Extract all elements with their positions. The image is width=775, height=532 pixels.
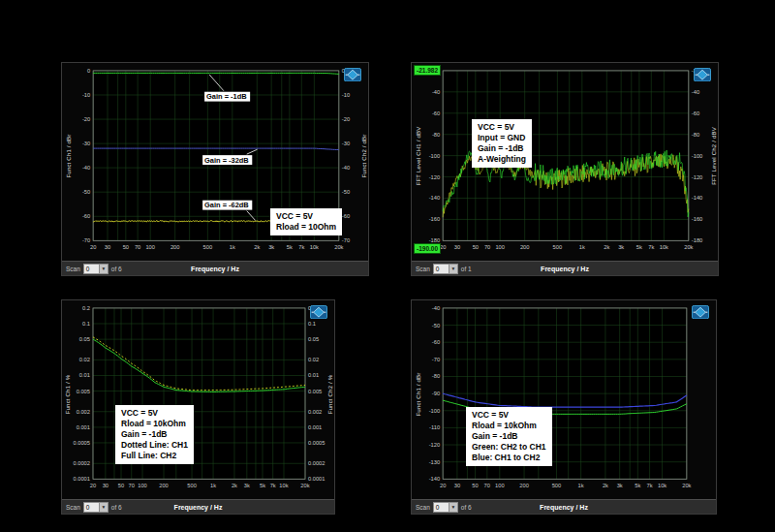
y-axis-title-left: FFT Level CH1 / dBV — [416, 127, 421, 186]
svg-text:-10: -10 — [342, 92, 350, 98]
svg-text:-80: -80 — [432, 373, 440, 379]
svg-text:100: 100 — [495, 244, 505, 250]
svg-text:5k: 5k — [287, 244, 293, 250]
svg-text:-80: -80 — [432, 132, 440, 138]
svg-text:-60: -60 — [432, 110, 440, 116]
svg-text:Gain = -1dB: Gain = -1dB — [206, 92, 247, 101]
svg-text:-60: -60 — [432, 339, 440, 345]
svg-text:-50: -50 — [342, 189, 350, 195]
svg-text:3k: 3k — [617, 483, 623, 488]
svg-text:0.05: 0.05 — [79, 336, 90, 342]
svg-text:5k: 5k — [636, 244, 642, 250]
svg-text:0.02: 0.02 — [308, 357, 319, 362]
chevron-down-icon: ▾ — [449, 265, 457, 273]
svg-text:-60: -60 — [692, 110, 699, 116]
chevron-down-icon: ▾ — [99, 265, 108, 273]
svg-text:0.001: 0.001 — [308, 424, 322, 430]
scan-value: 0 — [84, 504, 92, 511]
scan-select[interactable]: 0 ▾ — [433, 502, 458, 513]
svg-text:0.1: 0.1 — [308, 321, 316, 327]
svg-text:50: 50 — [472, 483, 478, 488]
svg-text:50: 50 — [473, 244, 479, 250]
svg-text:30: 30 — [103, 483, 108, 488]
svg-text:3k: 3k — [244, 483, 250, 488]
svg-text:0.002: 0.002 — [77, 409, 90, 415]
svg-text:20: 20 — [90, 244, 96, 250]
svg-text:-60: -60 — [82, 213, 90, 219]
svg-text:-140: -140 — [692, 196, 702, 202]
svg-text:3k: 3k — [268, 244, 274, 250]
scan-label: Scan — [416, 266, 430, 272]
svg-text:2k: 2k — [254, 244, 260, 250]
x-axis-title: Frequency / Hz — [540, 504, 588, 511]
svg-text:-120: -120 — [429, 174, 440, 180]
svg-text:10k: 10k — [310, 244, 319, 250]
svg-text:-40: -40 — [342, 165, 350, 171]
svg-text:0.0002: 0.0002 — [308, 460, 326, 466]
svg-text:20k: 20k — [684, 244, 693, 250]
scan-count: of 6 — [111, 266, 122, 272]
chevron-down-icon: ▾ — [99, 503, 108, 512]
svg-text:2k: 2k — [232, 483, 237, 488]
rs-logo-icon — [692, 305, 709, 319]
svg-text:-50: -50 — [432, 323, 440, 329]
svg-text:7k: 7k — [270, 483, 276, 488]
svg-text:1k: 1k — [578, 483, 584, 488]
svg-text:5k: 5k — [260, 483, 265, 488]
svg-text:0.01: 0.01 — [79, 372, 90, 378]
scan-select[interactable]: 0 ▾ — [433, 264, 458, 274]
svg-text:0: 0 — [87, 68, 90, 74]
scan-count: of 6 — [461, 504, 472, 511]
svg-text:0.0001: 0.0001 — [308, 476, 326, 482]
panel-crosstalk: -40-50-60-70-80-90-100-110-120-130-14020… — [411, 299, 717, 515]
svg-text:500: 500 — [187, 483, 197, 488]
fft-noise-plot: -20-20-40-40-60-60-80-80-100-100-120-120… — [412, 63, 718, 275]
svg-text:0.001: 0.001 — [77, 424, 90, 430]
svg-text:0.0001: 0.0001 — [73, 476, 90, 482]
svg-text:-80: -80 — [692, 132, 699, 138]
scan-label: Scan — [66, 504, 80, 511]
svg-text:20: 20 — [440, 483, 446, 488]
svg-text:50: 50 — [123, 244, 129, 250]
svg-text:0.005: 0.005 — [308, 389, 322, 394]
scan-select[interactable]: 0 ▾ — [83, 264, 108, 274]
scan-value: 0 — [434, 504, 442, 511]
scan-bar: Scan 0 ▾ of 1 Frequency / Hz — [412, 261, 718, 275]
svg-text:-10: -10 — [82, 92, 90, 98]
svg-text:-180: -180 — [692, 237, 702, 243]
y-axis-title-left: Funct Ch1 / dBr — [66, 134, 72, 177]
svg-text:-70: -70 — [432, 357, 440, 362]
svg-text:0.01: 0.01 — [308, 372, 319, 378]
scan-count: of 6 — [111, 504, 122, 511]
svg-text:50: 50 — [118, 483, 124, 488]
svg-text:3k: 3k — [618, 244, 624, 250]
svg-text:70: 70 — [129, 483, 135, 488]
svg-text:-130: -130 — [429, 459, 440, 465]
scan-bar: Scan 0 ▾ of 6 Frequency / Hz — [62, 499, 334, 514]
svg-text:-100: -100 — [429, 408, 440, 414]
svg-text:-140: -140 — [429, 196, 440, 202]
crosstalk-plot: -40-50-60-70-80-90-100-110-120-130-14020… — [412, 300, 716, 514]
svg-text:100: 100 — [145, 244, 155, 250]
svg-text:7k: 7k — [648, 244, 654, 250]
svg-text:-60: -60 — [342, 213, 350, 219]
panel-gain-response: 00-10-10-20-20-30-30-40-40-50-50-60-60-7… — [61, 62, 369, 276]
scan-select[interactable]: 0 ▾ — [83, 502, 108, 513]
svg-text:0.2: 0.2 — [82, 305, 90, 311]
scan-value: 0 — [434, 266, 442, 272]
svg-text:500: 500 — [553, 244, 563, 250]
rs-logo-icon — [344, 68, 361, 81]
svg-text:-40: -40 — [432, 89, 440, 95]
svg-text:20: 20 — [90, 483, 96, 488]
x-axis-title: Frequency / Hz — [541, 266, 589, 272]
y-axis-title-right: Funct Ch2 / dBr — [361, 134, 367, 177]
svg-text:200: 200 — [520, 244, 530, 250]
svg-text:0.0005: 0.0005 — [308, 440, 326, 446]
svg-text:0.1: 0.1 — [82, 321, 90, 327]
measurement-conditions-note: VCC = 5V Input = GND Gain = -1dB A-Weigh… — [472, 119, 532, 168]
svg-text:0.05: 0.05 — [308, 336, 319, 342]
chevron-down-icon: ▾ — [449, 503, 457, 512]
scan-label: Scan — [416, 504, 430, 511]
scan-label: Scan — [66, 266, 80, 272]
svg-text:0.002: 0.002 — [308, 409, 322, 415]
